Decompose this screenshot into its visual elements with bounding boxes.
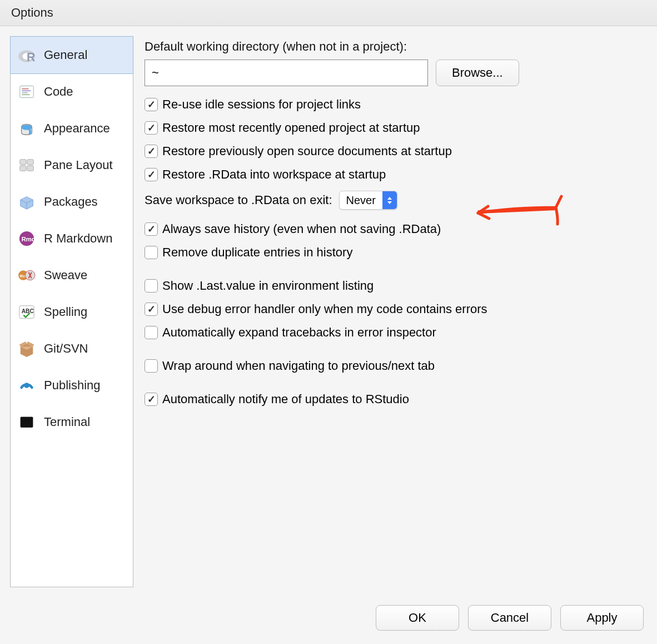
- checkbox-label: Use debug error handler only when my cod…: [162, 302, 487, 316]
- apply-button[interactable]: Apply: [560, 605, 644, 631]
- package-box-icon: [17, 339, 36, 358]
- svg-text:Rmd: Rmd: [22, 236, 35, 242]
- code-icon: [17, 82, 36, 101]
- checkbox-label: Restore most recently opened project at …: [162, 121, 420, 135]
- sidebar-item-git-svn[interactable]: Git/SVN: [11, 330, 133, 367]
- svg-rect-10: [27, 160, 33, 165]
- ok-button[interactable]: OK: [376, 605, 459, 631]
- sidebar-item-label: Sweave: [44, 268, 87, 283]
- svg-text:ABC: ABC: [22, 308, 34, 314]
- sidebar-item-terminal[interactable]: Terminal: [11, 404, 133, 440]
- svg-rect-9: [20, 160, 26, 165]
- sidebar-item-label: Terminal: [44, 415, 90, 429]
- sidebar-item-publishing[interactable]: Publishing: [11, 367, 133, 404]
- cancel-button[interactable]: Cancel: [468, 605, 551, 631]
- r-logo-icon: R: [17, 46, 36, 65]
- save-workspace-label: Save workspace to .RData on exit:: [145, 193, 332, 207]
- paint-bucket-icon: [17, 119, 36, 138]
- dialog-footer: OK Cancel Apply: [0, 597, 657, 644]
- sweave-icon: Rnw: [17, 266, 36, 285]
- checkbox-always-history[interactable]: [145, 222, 158, 236]
- checkbox-wrap-tabs[interactable]: [145, 359, 158, 373]
- sidebar-item-label: Pane Layout: [44, 158, 113, 172]
- sidebar-item-label: General: [44, 48, 87, 62]
- checkbox-label: Show .Last.value in environment listing: [162, 279, 374, 293]
- checkbox-auto-traceback[interactable]: [145, 326, 158, 339]
- sidebar-item-label: Packages: [44, 195, 98, 209]
- spelling-icon: ABC: [17, 303, 36, 321]
- svg-rect-12: [27, 166, 33, 171]
- sidebar-item-pane-layout[interactable]: Pane Layout: [11, 147, 133, 184]
- box-icon: [17, 192, 36, 211]
- checkbox-label: Restore previously open source documents…: [162, 144, 452, 158]
- checkbox-label: Restore .RData into workspace at startup: [162, 167, 386, 182]
- dialog-content: R General Code Appearance Pane: [0, 26, 657, 597]
- checkbox-label: Automatically notify me of updates to RS…: [162, 392, 409, 407]
- terminal-icon: [17, 413, 36, 432]
- sidebar-item-code[interactable]: Code: [11, 73, 133, 110]
- sidebar-item-label: R Markdown: [44, 231, 112, 246]
- checkbox-show-last[interactable]: [145, 279, 158, 293]
- select-arrows-icon: [382, 191, 397, 209]
- working-directory-input[interactable]: [145, 60, 428, 86]
- window-title: Options: [0, 0, 657, 26]
- checkbox-restore-rdata[interactable]: [145, 168, 158, 181]
- options-dialog: Options R General Code Appearance: [0, 0, 657, 644]
- publishing-icon: [17, 376, 36, 395]
- checkbox-remove-dup[interactable]: [145, 246, 158, 259]
- checkbox-label: Wrap around when navigating to previous/…: [162, 359, 435, 373]
- browse-button[interactable]: Browse...: [436, 60, 519, 86]
- rmarkdown-icon: Rmd: [17, 229, 36, 248]
- svg-text:R: R: [27, 51, 35, 64]
- panes-icon: [17, 156, 36, 175]
- working-directory-label: Default working directory (when not in a…: [145, 39, 641, 54]
- checkbox-restore-project[interactable]: [145, 121, 158, 135]
- sidebar: R General Code Appearance Pane: [10, 36, 133, 587]
- sidebar-item-general[interactable]: R General: [10, 36, 133, 74]
- checkbox-notify-updates[interactable]: [145, 393, 158, 406]
- checkbox-label: Always save history (even when not savin…: [162, 222, 441, 236]
- sidebar-item-label: Git/SVN: [44, 341, 88, 356]
- checkbox-debug-handler[interactable]: [145, 303, 158, 316]
- sidebar-item-label: Code: [44, 85, 73, 99]
- svg-rect-11: [20, 166, 26, 171]
- save-workspace-select[interactable]: Never: [339, 191, 397, 210]
- svg-point-20: [24, 383, 29, 388]
- checkbox-label: Automatically expand tracebacks in error…: [162, 325, 436, 340]
- checkbox-label: Remove duplicate entries in history: [162, 245, 352, 260]
- general-panel: Default working directory (when not in a…: [145, 36, 647, 587]
- select-value: Never: [340, 194, 382, 207]
- sidebar-item-sweave[interactable]: Rnw Sweave: [11, 257, 133, 294]
- sidebar-item-appearance[interactable]: Appearance: [11, 110, 133, 147]
- sidebar-item-label: Spelling: [44, 305, 87, 319]
- sidebar-item-rmarkdown[interactable]: Rmd R Markdown: [11, 220, 133, 257]
- checkbox-label: Re-use idle sessions for project links: [162, 97, 361, 112]
- svg-rect-3: [20, 86, 34, 98]
- checkbox-restore-docs[interactable]: [145, 145, 158, 158]
- checkbox-reuse-idle[interactable]: [145, 98, 158, 111]
- sidebar-item-label: Appearance: [44, 121, 110, 136]
- sidebar-item-spelling[interactable]: ABC Spelling: [11, 294, 133, 330]
- sidebar-item-packages[interactable]: Packages: [11, 184, 133, 220]
- svg-rect-21: [21, 417, 33, 427]
- sidebar-item-label: Publishing: [44, 378, 101, 393]
